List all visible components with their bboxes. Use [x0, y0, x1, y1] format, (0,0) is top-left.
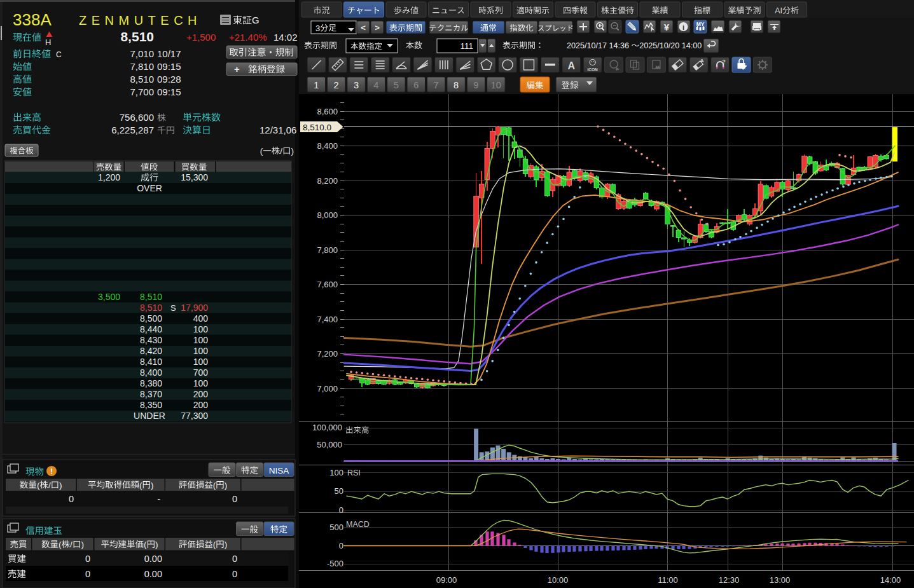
- svg-text:8,600: 8,600: [317, 107, 338, 116]
- svg-text:+1,500: +1,500: [186, 32, 216, 43]
- svg-text:09:15: 09:15: [157, 86, 181, 97]
- svg-text:<: <: [361, 23, 366, 32]
- svg-text:2025/10/17 14:36: 2025/10/17 14:36: [567, 41, 629, 50]
- svg-text:8,510: 8,510: [140, 303, 162, 313]
- svg-text:8,430: 8,430: [140, 335, 162, 345]
- svg-text:AI: AI: [775, 6, 782, 15]
- svg-text:09:28: 09:28: [157, 74, 181, 85]
- svg-text:100: 100: [329, 468, 343, 477]
- svg-text:8,510.0: 8,510.0: [303, 123, 331, 132]
- svg-text:338A: 338A: [13, 10, 52, 29]
- svg-text:A: A: [568, 60, 576, 71]
- svg-text:): ): [225, 540, 228, 549]
- svg-text:15,300: 15,300: [181, 172, 208, 182]
- svg-text:): ): [155, 540, 158, 549]
- svg-text:(: (: [213, 540, 216, 549]
- svg-text:400: 400: [193, 313, 209, 324]
- svg-text:(: (: [213, 481, 216, 490]
- svg-text:10:00: 10:00: [548, 575, 569, 585]
- svg-text:1: 1: [314, 80, 319, 90]
- svg-text:7,010: 7,010: [130, 48, 154, 59]
- svg-text:50,000: 50,000: [317, 440, 342, 449]
- svg-text:14:02: 14:02: [274, 32, 298, 43]
- svg-text:): ): [81, 540, 83, 549]
- svg-text:): ): [225, 481, 228, 490]
- svg-text:0: 0: [85, 569, 90, 579]
- svg-text:0: 0: [69, 494, 74, 504]
- svg-text:13:00: 13:00: [770, 575, 791, 585]
- svg-text:-: -: [157, 494, 160, 504]
- svg-text:8,510: 8,510: [120, 29, 154, 44]
- svg-text:): ): [151, 481, 154, 490]
- svg-text:i: i: [682, 24, 684, 31]
- svg-text:7: 7: [434, 80, 439, 90]
- svg-text:100,000: 100,000: [312, 423, 342, 432]
- svg-text:C: C: [56, 50, 62, 59]
- svg-text:5: 5: [394, 80, 399, 90]
- svg-text:0: 0: [232, 569, 237, 579]
- svg-text:RSI: RSI: [347, 468, 361, 477]
- svg-text:0: 0: [339, 505, 343, 515]
- svg-text:/: /: [70, 540, 73, 549]
- svg-text:ZENMUTECH: ZENMUTECH: [79, 13, 202, 27]
- svg-text:09:15: 09:15: [157, 61, 181, 72]
- svg-text:8,200: 8,200: [317, 176, 338, 186]
- svg-text:8: 8: [454, 80, 459, 90]
- svg-text:8,410: 8,410: [140, 357, 162, 367]
- svg-text:(: (: [144, 540, 147, 549]
- svg-text:?: ?: [722, 58, 726, 65]
- svg-text:9: 9: [473, 80, 478, 90]
- svg-text:500: 500: [329, 523, 343, 532]
- svg-text:+21.40%: +21.40%: [229, 32, 267, 43]
- svg-text:7,600: 7,600: [317, 280, 338, 289]
- svg-text:/: /: [48, 481, 51, 490]
- svg-text:(: (: [139, 481, 142, 490]
- svg-text:/: /: [280, 146, 282, 156]
- svg-text:8,500: 8,500: [140, 313, 162, 324]
- svg-text:100: 100: [193, 357, 209, 367]
- svg-text:8,350: 8,350: [140, 400, 162, 410]
- svg-text:111: 111: [460, 41, 473, 51]
- svg-text:3,500: 3,500: [98, 292, 120, 302]
- svg-text:>: >: [375, 23, 380, 32]
- svg-text:3: 3: [315, 24, 320, 33]
- svg-text:100: 100: [193, 324, 209, 334]
- svg-text:(: (: [37, 481, 40, 490]
- svg-text:200: 200: [193, 389, 209, 399]
- svg-text:A: A: [700, 58, 704, 64]
- svg-text:4: 4: [373, 80, 378, 90]
- svg-text:100: 100: [193, 335, 209, 345]
- svg-text:14:00: 14:00: [880, 575, 901, 585]
- svg-text:12/31,06: 12/31,06: [260, 125, 296, 135]
- svg-text:77,300: 77,300: [181, 411, 208, 421]
- svg-text:700: 700: [193, 367, 209, 378]
- svg-text:-500: -500: [327, 559, 343, 568]
- svg-text:8,000: 8,000: [317, 210, 338, 220]
- svg-text:8,420: 8,420: [140, 346, 162, 356]
- svg-text:7,000: 7,000: [317, 384, 338, 393]
- svg-text:0: 0: [232, 554, 237, 564]
- svg-text:G: G: [252, 15, 260, 25]
- svg-text:8,400: 8,400: [317, 141, 338, 151]
- svg-text:): ): [59, 481, 62, 490]
- svg-text:8,380: 8,380: [140, 378, 162, 388]
- svg-text:7,810: 7,810: [130, 61, 154, 72]
- svg-text:!: !: [50, 467, 53, 476]
- svg-text:¥: ¥: [664, 22, 670, 32]
- svg-text:8,510: 8,510: [140, 292, 162, 302]
- svg-text:0: 0: [232, 494, 237, 504]
- svg-text:7,400: 7,400: [317, 315, 338, 324]
- svg-text:100: 100: [193, 346, 209, 356]
- svg-text:8,370: 8,370: [140, 389, 162, 399]
- svg-text:12:30: 12:30: [719, 575, 740, 585]
- svg-text:756,600: 756,600: [120, 112, 154, 123]
- svg-text:(: (: [59, 540, 62, 549]
- svg-text:ICON: ICON: [588, 67, 599, 72]
- svg-text:100: 100: [193, 378, 209, 388]
- svg-text:0.00: 0.00: [144, 554, 162, 564]
- svg-text:10/17: 10/17: [157, 48, 181, 59]
- svg-text:2: 2: [334, 80, 339, 90]
- svg-text:OVER: OVER: [137, 183, 162, 193]
- svg-text:8,440: 8,440: [140, 324, 162, 334]
- svg-text:1,200: 1,200: [98, 172, 120, 182]
